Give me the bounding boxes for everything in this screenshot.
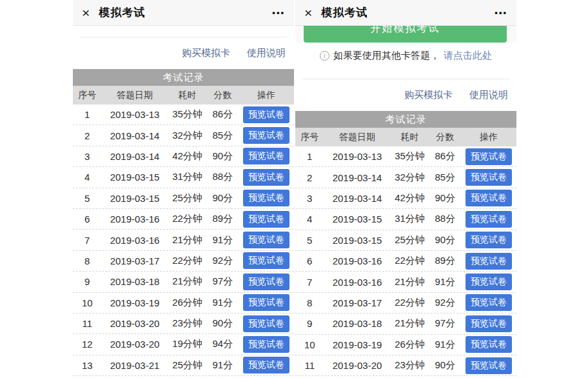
row-score: 94分 [206, 338, 239, 350]
preview-button[interactable]: 预览试卷 [243, 315, 289, 332]
table-row: 7 2019-03-16 21分钟 91分 预览试卷 [295, 272, 516, 292]
row-score: 92分 [429, 297, 461, 309]
preview-button[interactable]: 预览试卷 [466, 357, 512, 374]
close-icon[interactable]: × [304, 6, 312, 19]
row-score: 85分 [206, 130, 239, 142]
row-duration: 35分钟 [390, 150, 429, 163]
row-number: 6 [295, 255, 324, 266]
toolbar-links: 购买模拟卡 使用说明 [73, 37, 294, 69]
row-duration: 22分钟 [168, 213, 206, 225]
buy-card-link[interactable]: 购买模拟卡 [404, 89, 453, 101]
table-row: 1 2019-03-13 35分钟 86分 预览试卷 [73, 104, 294, 125]
preview-button[interactable]: 预览试卷 [243, 127, 289, 144]
usage-link[interactable]: 使用说明 [469, 89, 508, 101]
table-title: 考试记录 [295, 111, 516, 128]
row-score: 89分 [429, 255, 461, 267]
row-number: 7 [295, 277, 324, 288]
row-duration: 42分钟 [168, 150, 206, 163]
table-row: 12 2019-03-20 19分钟 94分 预览试卷 [73, 334, 294, 355]
preview-button[interactable]: 预览试卷 [243, 252, 289, 269]
more-menu-icon[interactable]: ••• [272, 8, 285, 17]
preview-button[interactable]: 预览试卷 [243, 148, 289, 164]
row-score: 86分 [206, 108, 239, 121]
preview-button[interactable]: 预览试卷 [466, 232, 512, 248]
row-score: 97分 [206, 275, 239, 288]
table-row: 4 2019-03-15 31分钟 88分 预览试卷 [73, 167, 294, 188]
row-number: 1 [73, 109, 102, 120]
table-row: 8 2019-03-17 22分钟 92分 预览试卷 [295, 293, 516, 313]
row-date: 2019-03-21 [102, 360, 168, 371]
right-screenshot: × 模拟考试 ••• 开始模拟考试 i 如果要使用其他卡答题， 请点击此处 购买… [295, 0, 516, 378]
preview-button[interactable]: 预览试卷 [243, 106, 289, 123]
row-duration: 23分钟 [168, 317, 206, 330]
more-menu-icon[interactable]: ••• [495, 8, 507, 17]
notice-text: 如果要使用其他卡答题， [333, 50, 440, 62]
row-date: 2019-03-15 [324, 214, 391, 224]
row-score: 91分 [429, 276, 461, 288]
table-row: 6 2019-03-16 22分钟 89分 预览试卷 [295, 251, 516, 272]
table-row: 1 2019-03-13 35分钟 86分 预览试卷 [295, 146, 516, 167]
row-date: 2019-03-14 [102, 130, 168, 141]
preview-button[interactable]: 预览试卷 [466, 294, 512, 311]
preview-button[interactable]: 预览试卷 [243, 169, 289, 186]
close-icon[interactable]: × [82, 6, 90, 19]
col-header-score: 分数 [206, 90, 239, 101]
preview-button[interactable]: 预览试卷 [466, 336, 512, 353]
table-body: 1 2019-03-13 35分钟 86分 预览试卷 2 2019-03-14 … [295, 146, 516, 376]
table-row: 9 2019-03-18 21分钟 97分 预览试卷 [295, 313, 516, 334]
row-number: 2 [73, 130, 102, 141]
preview-button[interactable]: 预览试卷 [466, 315, 512, 332]
buy-card-link[interactable]: 购买模拟卡 [182, 47, 230, 59]
row-date: 2019-03-13 [324, 151, 391, 162]
start-exam-button[interactable]: 开始模拟考试 [304, 26, 507, 43]
row-score: 88分 [429, 213, 461, 225]
row-number: 10 [295, 339, 324, 350]
preview-button[interactable]: 预览试卷 [243, 294, 289, 311]
row-score: 91分 [206, 297, 239, 309]
preview-button[interactable]: 预览试卷 [466, 169, 512, 186]
notice-link[interactable]: 请点击此处 [444, 50, 492, 62]
preview-button[interactable]: 预览试卷 [243, 274, 289, 290]
table-row: 6 2019-03-16 22分钟 89分 预览试卷 [73, 209, 294, 230]
preview-button[interactable]: 预览试卷 [243, 211, 289, 228]
toolbar-links: 购买模拟卡 使用说明 [295, 79, 516, 111]
row-score: 89分 [206, 213, 239, 225]
row-number: 3 [295, 193, 324, 204]
preview-button[interactable]: 预览试卷 [243, 357, 289, 373]
row-date: 2019-03-15 [102, 172, 168, 183]
table-row: 2 2019-03-14 32分钟 85分 预览试卷 [295, 167, 516, 188]
row-score: 91分 [429, 339, 461, 351]
preview-button[interactable]: 预览试卷 [243, 336, 289, 353]
row-duration: 23分钟 [390, 359, 429, 372]
table-row: 11 2019-03-20 23分钟 90分 预览试卷 [73, 313, 294, 334]
col-header-score: 分数 [429, 132, 461, 143]
row-number: 8 [295, 297, 324, 308]
row-score: 90分 [206, 317, 239, 330]
table-title: 考试记录 [73, 69, 294, 86]
preview-button[interactable]: 预览试卷 [243, 232, 289, 248]
preview-button[interactable]: 预览试卷 [243, 190, 289, 206]
col-header-date: 答题日期 [102, 90, 168, 101]
preview-button[interactable]: 预览试卷 [466, 253, 512, 270]
preview-button[interactable]: 预览试卷 [466, 211, 512, 228]
preview-button[interactable]: 预览试卷 [466, 148, 512, 165]
preview-button[interactable]: 预览试卷 [466, 190, 512, 206]
row-duration: 42分钟 [390, 192, 429, 204]
row-date: 2019-03-20 [102, 339, 168, 350]
usage-link[interactable]: 使用说明 [247, 47, 286, 59]
row-date: 2019-03-15 [324, 235, 391, 246]
row-score: 90分 [206, 150, 239, 163]
row-duration: 26分钟 [168, 297, 206, 309]
row-date: 2019-03-16 [102, 235, 168, 246]
row-number: 5 [295, 235, 324, 246]
row-date: 2019-03-18 [324, 318, 391, 329]
table-row: 10 2019-03-19 26分钟 91分 预览试卷 [295, 335, 516, 355]
row-date: 2019-03-18 [102, 276, 168, 287]
row-number: 11 [73, 318, 102, 329]
info-icon: i [320, 51, 329, 61]
preview-button[interactable]: 预览试卷 [466, 274, 512, 290]
row-duration: 21分钟 [168, 275, 206, 288]
col-header-action: 操作 [239, 90, 294, 101]
row-date: 2019-03-14 [324, 193, 391, 204]
row-date: 2019-03-17 [102, 255, 168, 266]
